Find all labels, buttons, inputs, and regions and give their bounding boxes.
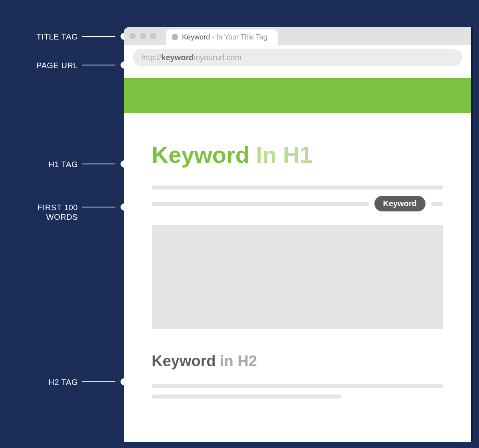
address-bar-row: http://keywordinyoururl.com xyxy=(124,45,471,70)
callout-label-line1: FIRST 100 xyxy=(38,203,78,212)
callout-line xyxy=(82,207,118,207)
body-text-line-with-keyword: Keyword xyxy=(152,196,443,211)
callout-label-page-url: PAGE URL xyxy=(16,61,78,70)
callout-label-h2-tag: H2 TAG xyxy=(16,377,78,387)
h2-rest: in H2 xyxy=(216,353,257,369)
callout-line xyxy=(82,381,118,382)
h2-keyword: Keyword xyxy=(152,353,216,369)
callout-label-line2: WORDS xyxy=(46,213,78,221)
body-text-segment xyxy=(152,202,369,206)
body-text-line xyxy=(152,186,443,189)
url-rest: inyoururl.com xyxy=(194,53,241,62)
tab-title-keyword: Keyword xyxy=(182,33,210,41)
body-text-segment xyxy=(431,202,443,206)
callout-label-first-100-words: FIRST 100 WORDS xyxy=(16,203,78,222)
body-text-line xyxy=(152,384,443,388)
h1-rest: In H1 xyxy=(249,142,313,168)
h2-heading: Keyword in H2 xyxy=(152,353,443,370)
h1-heading: Keyword In H1 xyxy=(152,141,443,168)
keyword-pill: Keyword xyxy=(374,196,426,211)
traffic-light-dot xyxy=(150,33,156,39)
callout-line xyxy=(82,36,118,37)
browser-topbar: Keyword - In Your Title Tag xyxy=(124,27,471,45)
tab-title: Keyword - In Your Title Tag xyxy=(182,33,267,41)
callout-label-title-tag: TITLE TAG xyxy=(16,32,78,41)
hero-banner xyxy=(124,78,471,113)
address-bar[interactable]: http://keywordinyoururl.com xyxy=(133,49,462,66)
traffic-light-dot xyxy=(140,33,146,39)
page-content: Keyword In H1 Keyword Keyword in H2 xyxy=(124,113,471,399)
browser-frame: Keyword - In Your Title Tag http://keywo… xyxy=(124,27,471,442)
url-keyword: keyword xyxy=(161,53,194,62)
tab-title-rest: - In Your Title Tag xyxy=(210,33,267,41)
callout-line xyxy=(82,65,118,65)
callout-label-h1-tag: H1 TAG xyxy=(16,160,78,169)
browser-tab[interactable]: Keyword - In Your Title Tag xyxy=(166,30,278,45)
favicon-icon xyxy=(172,34,178,40)
image-placeholder xyxy=(152,225,443,329)
url-prefix: http:// xyxy=(141,53,161,62)
body-text-line xyxy=(152,395,341,399)
traffic-light-dot xyxy=(129,33,136,39)
h1-keyword: Keyword xyxy=(152,142,249,168)
callout-line xyxy=(82,164,118,164)
